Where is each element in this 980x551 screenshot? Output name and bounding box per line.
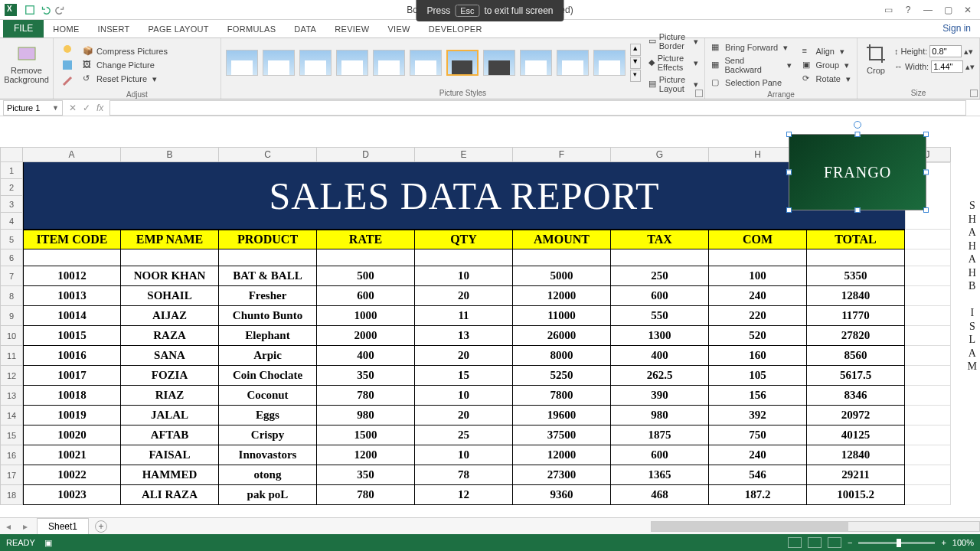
cell[interactable]: BAT & BALL bbox=[219, 266, 317, 286]
tab-insert[interactable]: INSERT bbox=[89, 21, 139, 37]
cell[interactable] bbox=[513, 249, 611, 266]
cell[interactable]: JALAL bbox=[121, 406, 219, 425]
cell[interactable] bbox=[709, 249, 807, 266]
color-button[interactable] bbox=[58, 57, 77, 73]
cell[interactable]: 12000 bbox=[513, 286, 611, 306]
cell[interactable]: 11000 bbox=[513, 306, 611, 326]
cell[interactable]: 11 bbox=[415, 306, 513, 326]
tab-view[interactable]: VIEW bbox=[378, 21, 419, 37]
minimize-icon[interactable]: — bbox=[919, 3, 937, 17]
cell[interactable]: 250 bbox=[611, 266, 709, 286]
cell[interactable] bbox=[905, 366, 951, 386]
cell[interactable]: 350 bbox=[317, 465, 415, 485]
row-head[interactable]: 9 bbox=[0, 306, 23, 326]
artistic-effects-button[interactable] bbox=[58, 73, 77, 89]
cell[interactable]: 12 bbox=[415, 485, 513, 505]
cell[interactable] bbox=[905, 346, 951, 366]
cell[interactable]: SOHAIL bbox=[121, 286, 219, 306]
col-head[interactable]: E bbox=[415, 147, 513, 162]
style-thumb[interactable] bbox=[299, 50, 332, 76]
cell[interactable]: 780 bbox=[317, 386, 415, 406]
cell[interactable]: 78 bbox=[415, 465, 513, 485]
table-header[interactable]: RATE bbox=[317, 230, 415, 249]
group-button[interactable]: ▣Group ▾ bbox=[801, 59, 852, 71]
tab-formulas[interactable]: FORMULAS bbox=[218, 21, 286, 37]
cell[interactable]: 187.2 bbox=[709, 485, 807, 505]
cell[interactable]: 1300 bbox=[611, 326, 709, 346]
cell[interactable]: 600 bbox=[611, 445, 709, 465]
view-page-layout-icon[interactable] bbox=[808, 537, 822, 548]
cell[interactable]: 20 bbox=[415, 346, 513, 366]
cell[interactable]: Elephant bbox=[219, 326, 317, 346]
cell[interactable] bbox=[905, 485, 951, 505]
insert-function-icon[interactable]: fx bbox=[96, 103, 103, 113]
close-icon[interactable]: ✕ bbox=[959, 3, 977, 17]
name-box-dropdown-icon[interactable]: ▼ bbox=[52, 104, 59, 112]
cell[interactable]: 750 bbox=[709, 425, 807, 445]
row-head[interactable]: 17 bbox=[0, 465, 23, 485]
col-head[interactable]: C bbox=[219, 147, 317, 162]
cell[interactable]: 13 bbox=[415, 326, 513, 346]
cell[interactable]: 10018 bbox=[23, 386, 121, 406]
qat-save-icon[interactable] bbox=[24, 5, 35, 15]
cell[interactable]: HAMMED bbox=[121, 465, 219, 485]
cell[interactable]: 10021 bbox=[23, 445, 121, 465]
cell[interactable] bbox=[415, 249, 513, 266]
cell[interactable]: 15 bbox=[415, 366, 513, 386]
qat-undo-icon[interactable] bbox=[40, 5, 51, 15]
enter-formula-icon[interactable]: ✓ bbox=[83, 103, 90, 113]
tab-data[interactable]: DATA bbox=[285, 21, 325, 37]
style-thumb-selected[interactable] bbox=[446, 50, 479, 76]
cell[interactable]: 8346 bbox=[807, 386, 905, 406]
tab-page-layout[interactable]: PAGE LAYOUT bbox=[139, 21, 218, 37]
row-head[interactable]: 2 bbox=[0, 179, 23, 196]
cell[interactable] bbox=[905, 406, 951, 425]
selection-pane-button[interactable]: ▢Selection Pane bbox=[710, 77, 792, 89]
cell[interactable]: 1365 bbox=[611, 465, 709, 485]
signin-link[interactable]: Sign in bbox=[933, 19, 980, 37]
cell[interactable] bbox=[905, 425, 951, 445]
col-head[interactable]: F bbox=[513, 147, 611, 162]
cell[interactable]: 5350 bbox=[807, 266, 905, 286]
resize-handle[interactable] bbox=[855, 207, 861, 213]
zoom-out-icon[interactable]: − bbox=[848, 538, 852, 547]
cell[interactable]: 2000 bbox=[317, 326, 415, 346]
cancel-formula-icon[interactable]: ✕ bbox=[69, 103, 77, 113]
table-header[interactable]: EMP NAME bbox=[121, 230, 219, 249]
cell[interactable]: 11770 bbox=[807, 306, 905, 326]
cell[interactable]: 160 bbox=[709, 346, 807, 366]
cell[interactable] bbox=[23, 249, 121, 266]
cell[interactable]: 5250 bbox=[513, 366, 611, 386]
resize-handle[interactable] bbox=[923, 207, 929, 213]
cell[interactable]: 40125 bbox=[807, 425, 905, 445]
cell[interactable]: 468 bbox=[611, 485, 709, 505]
cell[interactable]: 26000 bbox=[513, 326, 611, 346]
sheet-tab[interactable]: Sheet1 bbox=[37, 518, 89, 534]
cell[interactable]: 1500 bbox=[317, 425, 415, 445]
cell[interactable]: Chunto Bunto bbox=[219, 306, 317, 326]
tab-developer[interactable]: DEVELOPER bbox=[420, 21, 492, 37]
cell[interactable]: ALI RAZA bbox=[121, 485, 219, 505]
help-icon[interactable]: ? bbox=[899, 3, 917, 17]
cell[interactable]: 392 bbox=[709, 406, 807, 425]
cell[interactable]: Eggs bbox=[219, 406, 317, 425]
cell[interactable]: 10016 bbox=[23, 346, 121, 366]
cell[interactable]: 520 bbox=[709, 326, 807, 346]
cell[interactable]: 390 bbox=[611, 386, 709, 406]
cell[interactable]: 12840 bbox=[807, 445, 905, 465]
remove-background-button[interactable]: Remove Background bbox=[5, 41, 48, 86]
row-head[interactable]: 12 bbox=[0, 366, 23, 386]
reset-picture-button[interactable]: ↺Reset Picture ▾ bbox=[81, 73, 169, 85]
cell[interactable] bbox=[905, 465, 951, 485]
cell[interactable] bbox=[121, 249, 219, 266]
cell[interactable]: 25 bbox=[415, 425, 513, 445]
cell[interactable]: 27820 bbox=[807, 326, 905, 346]
cell[interactable]: 105 bbox=[709, 366, 807, 386]
cell[interactable]: 10023 bbox=[23, 485, 121, 505]
table-header[interactable]: QTY bbox=[415, 230, 513, 249]
formula-input[interactable] bbox=[109, 100, 966, 116]
cell[interactable]: 29211 bbox=[807, 465, 905, 485]
row-head[interactable]: 3 bbox=[0, 196, 23, 213]
rotate-button[interactable]: ⟳Rotate ▾ bbox=[801, 73, 852, 85]
cell[interactable]: 10015.2 bbox=[807, 485, 905, 505]
